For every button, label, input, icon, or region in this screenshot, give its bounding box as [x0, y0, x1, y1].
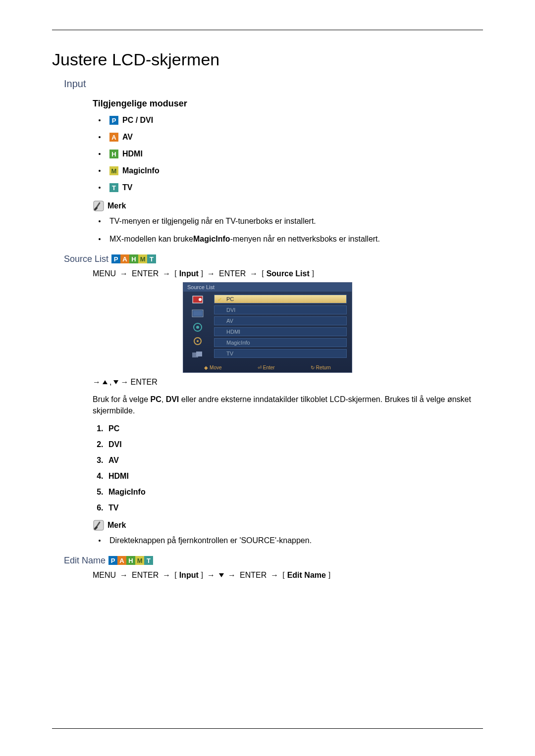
osd-side-input-icon — [190, 295, 205, 304]
list-item: HDMI — [106, 472, 483, 481]
mode-badge-h-icon: H — [129, 254, 138, 263]
mode-badge-a-icon: A — [120, 254, 129, 263]
mode-badge-t-icon: T — [144, 556, 153, 565]
mode-badge-m-icon: M — [109, 166, 118, 175]
osd-screenshot: Source List ✔PC — [183, 282, 352, 373]
note-bullets-2: Direkteknappen på fjernkontrollen er 'SO… — [99, 535, 483, 546]
arrow-right-icon: → — [120, 378, 128, 387]
return-icon: ↻ — [311, 365, 315, 370]
enter-icon: ⏎ — [258, 365, 262, 370]
osd-footer-enter: ⏎Enter — [258, 365, 275, 370]
osd-row-dvi: DVI — [214, 305, 347, 314]
mode-label: AV — [122, 133, 133, 142]
mode-badge-h-icon: H — [109, 150, 118, 158]
mode-label: PC / DVI — [122, 116, 153, 125]
osd-footer-return: ↻Return — [311, 365, 331, 370]
note-bullet-item: MX-modellen kan brukeMagicInfo-menyen nå… — [99, 234, 483, 245]
diamond-icon: ◆ — [204, 365, 208, 370]
badge-row: P A H M T — [108, 556, 153, 565]
modes-heading: Tilgjengelige moduser — [93, 99, 483, 109]
arrow-right-icon: → — [207, 571, 215, 580]
mode-badge-p-icon: P — [111, 254, 120, 263]
mode-item-tv: T TV — [99, 183, 483, 192]
arrow-right-icon: → — [120, 571, 128, 580]
mode-badge-m-icon: M — [138, 254, 147, 263]
osd-row-av: AV — [214, 316, 347, 325]
list-item: AV — [106, 456, 483, 465]
osd-sidebar — [183, 292, 212, 363]
bullet-dot — [99, 119, 101, 121]
bottom-rule — [52, 728, 483, 729]
arrow-right-icon: → — [250, 269, 258, 278]
mode-label: TV — [122, 183, 132, 192]
mode-badge-h-icon: H — [126, 556, 135, 565]
osd-title: Source List — [183, 283, 352, 292]
note-icon — [93, 519, 105, 531]
edit-name-nav-path: MENU → ENTER → [Input] → → ENTER → [Edit… — [93, 571, 483, 580]
section-edit-name-heading: Edit Name P A H M T — [64, 555, 483, 566]
arrow-right-icon: → — [120, 269, 128, 278]
note-text: TV-menyen er tilgjengelig når en TV-tune… — [109, 216, 316, 227]
osd-side-picture-icon — [190, 308, 205, 318]
note-bullet-item: Direkteknappen på fjernkontrollen er 'SO… — [99, 535, 483, 546]
note-bullet-item: TV-menyen er tilgjengelig når en TV-tune… — [99, 216, 483, 227]
mode-item-hdmi: H HDMI — [99, 150, 483, 158]
check-icon: ✔ — [217, 297, 223, 302]
svg-point-8 — [197, 340, 199, 342]
svg-point-2 — [199, 298, 202, 301]
top-rule — [52, 30, 483, 30]
bullet-dot — [99, 187, 101, 189]
badge-row: P A H M T — [111, 254, 156, 263]
mode-badge-a-icon: A — [117, 556, 126, 565]
edit-name-title: Edit Name — [64, 555, 106, 566]
bullet-dot — [99, 238, 101, 240]
note-label: Merk — [107, 521, 126, 530]
osd-main: ✔PC DVI AV HDMI MagicInfo TV — [212, 292, 352, 363]
arrow-right-icon: → — [162, 571, 170, 580]
source-numbered-list: PC DVI AV HDMI MagicInfo TV — [93, 424, 483, 512]
arrow-right-icon: → — [270, 571, 278, 580]
bullet-dot — [99, 153, 101, 155]
osd-footer: ◆Move ⏎Enter ↻Return — [183, 363, 352, 372]
note-heading-2: Merk — [93, 519, 483, 531]
arrow-right-icon: → — [162, 269, 170, 278]
osd-row-pc: ✔PC — [214, 295, 347, 303]
section-input-heading: Input — [64, 78, 483, 90]
note-heading: Merk — [93, 200, 483, 212]
note-icon — [93, 200, 105, 212]
arrow-right-icon: → — [207, 269, 215, 278]
osd-row-hdmi: HDMI — [214, 327, 347, 336]
bullet-dot — [99, 540, 101, 542]
arrow-right-icon: → — [228, 571, 236, 580]
modes-list: P PC / DVI A AV H HDMI M MagicInfo T TV — [99, 116, 483, 192]
note-text: MX-modellen kan brukeMagicInfo-menyen nå… — [109, 234, 380, 245]
bullet-dot — [99, 170, 101, 172]
osd-side-setup-icon — [190, 336, 205, 346]
source-list-title: Source List — [64, 254, 108, 264]
source-list-paragraph: Bruk for å velge PC, DVI eller andre eks… — [93, 394, 483, 416]
mode-item-av: A AV — [99, 133, 483, 142]
source-list-nav-path: MENU → ENTER → [Input] → ENTER → [Source… — [93, 269, 483, 278]
mode-badge-t-icon: T — [109, 183, 118, 192]
mode-item-magicinfo: M MagicInfo — [99, 166, 483, 175]
bullet-dot — [99, 220, 101, 222]
list-item: TV — [106, 504, 483, 512]
note-text: Direkteknappen på fjernkontrollen er 'SO… — [109, 535, 312, 546]
triangle-up-icon — [103, 380, 107, 384]
arrow-right-icon: → — [93, 378, 101, 387]
list-item: PC — [106, 424, 483, 433]
triangle-down-icon — [219, 573, 224, 577]
page-title: Justere LCD-skjermen — [52, 50, 483, 69]
list-item: MagicInfo — [106, 488, 483, 497]
section-source-list-heading: Source List P A H M T — [64, 254, 483, 264]
svg-rect-10 — [196, 352, 202, 356]
mode-badge-p-icon: P — [108, 556, 117, 565]
page: Justere LCD-skjermen Input Tilgjengelige… — [0, 0, 535, 756]
mode-item-pc: P PC / DVI — [99, 116, 483, 125]
list-item: DVI — [106, 440, 483, 449]
bullet-dot — [99, 136, 101, 138]
post-osd-nav: → , → ENTER — [93, 378, 483, 387]
triangle-down-icon — [113, 380, 118, 384]
svg-rect-4 — [193, 311, 202, 316]
osd-row-tv: TV — [214, 349, 347, 358]
